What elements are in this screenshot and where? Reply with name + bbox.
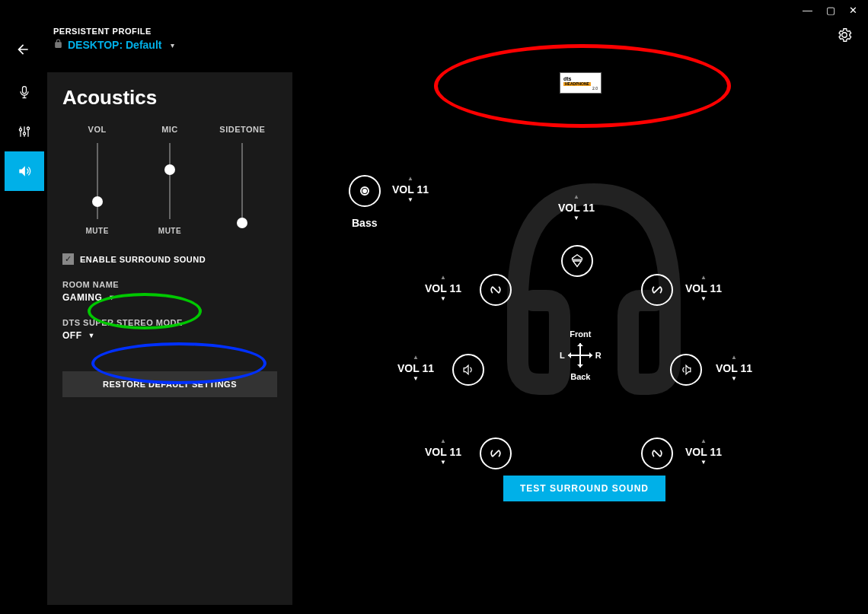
back-label: Back — [570, 372, 590, 381]
rear-left-speaker-node[interactable] — [480, 437, 512, 469]
side-right-volume[interactable]: VOL 11 — [716, 362, 752, 374]
side-left-volume[interactable]: VOL 11 — [397, 362, 434, 374]
caret-up-icon[interactable]: ▲ — [573, 194, 579, 200]
panel-title: Acoustics — [62, 86, 277, 110]
svg-point-1 — [19, 129, 21, 131]
bass-volume[interactable]: VOL 11 — [392, 183, 429, 196]
side-right-speaker-node[interactable] — [670, 354, 702, 386]
dts-headphone-badge: dts HEADPHONE 2.0 — [560, 72, 602, 94]
mic-mute-label: MUTE — [158, 227, 181, 235]
annotation-blue-ellipse — [91, 342, 266, 384]
rear-right-speaker-node[interactable] — [641, 437, 673, 469]
front-left-speaker-node[interactable] — [480, 274, 512, 306]
mic-slider[interactable] — [169, 143, 171, 219]
profile-selector[interactable]: DESKTOP: Default ▾ — [53, 39, 174, 51]
rear-right-volume[interactable]: VOL 11 — [685, 446, 722, 458]
caret-down-icon[interactable]: ▼ — [440, 296, 446, 302]
sidetone-slider[interactable] — [241, 143, 243, 219]
lock-icon — [53, 39, 63, 51]
front-right-volume[interactable]: VOL 11 — [685, 282, 722, 294]
caret-up-icon[interactable]: ▲ — [440, 275, 446, 281]
nav-mic-tab[interactable] — [5, 72, 44, 112]
chevron-down-icon: ▼ — [88, 332, 95, 339]
dts-mode-dropdown[interactable]: OFF▼ — [62, 330, 277, 341]
vol-slider[interactable] — [97, 143, 98, 219]
vol-mute-label: MUTE — [85, 227, 108, 235]
vol-slider-label: VOL — [88, 125, 107, 134]
caret-up-icon[interactable]: ▲ — [700, 438, 707, 444]
test-surround-button[interactable]: TEST SURROUND SOUND — [503, 476, 665, 501]
caret-down-icon[interactable]: ▼ — [573, 215, 579, 221]
sidetone-slider-label: SIDETONE — [219, 125, 265, 134]
caret-down-icon[interactable]: ▼ — [731, 376, 737, 382]
direction-cross-icon — [568, 343, 592, 367]
caret-down-icon[interactable]: ▼ — [440, 460, 446, 466]
bass-label: Bass — [352, 217, 377, 229]
left-label: L — [560, 351, 565, 360]
nav-eq-tab[interactable] — [5, 112, 44, 151]
back-arrow-button[interactable] — [15, 27, 30, 62]
front-left-volume[interactable]: VOL 11 — [425, 282, 461, 294]
svg-rect-0 — [23, 87, 27, 94]
window-close-button[interactable]: ✕ — [849, 5, 857, 16]
side-left-speaker-node[interactable] — [452, 354, 484, 386]
window-minimize-button[interactable]: — — [803, 5, 812, 16]
front-label: Front — [570, 329, 591, 339]
caret-down-icon[interactable]: ▼ — [700, 296, 707, 302]
surround-checkbox-label: ENABLE SURROUND SOUND — [80, 255, 206, 264]
chevron-down-icon: ▾ — [171, 41, 174, 49]
caret-down-icon[interactable]: ▼ — [413, 376, 419, 382]
svg-point-2 — [23, 132, 25, 135]
center-speaker-node[interactable] — [561, 245, 593, 277]
surround-checkbox[interactable]: ✓ — [62, 253, 74, 265]
profile-label: PERSISTENT PROFILE — [53, 27, 174, 36]
front-right-speaker-node[interactable] — [641, 274, 673, 306]
caret-up-icon[interactable]: ▲ — [700, 275, 707, 281]
annotation-green-ellipse — [88, 293, 202, 329]
rear-left-volume[interactable]: VOL 11 — [425, 446, 461, 458]
right-label: R — [595, 351, 602, 360]
caret-down-icon[interactable]: ▼ — [700, 460, 707, 466]
room-name-label: ROOM NAME — [62, 280, 277, 289]
settings-gear-button[interactable] — [836, 27, 853, 47]
caret-up-icon[interactable]: ▲ — [440, 438, 446, 444]
caret-up-icon[interactable]: ▲ — [413, 355, 419, 361]
window-maximize-button[interactable]: ▢ — [826, 5, 835, 16]
center-volume[interactable]: VOL 11 — [558, 202, 595, 214]
caret-up-icon[interactable]: ▲ — [731, 355, 737, 361]
svg-point-3 — [27, 127, 29, 129]
caret-up-icon[interactable]: ▲ — [407, 176, 413, 182]
nav-acoustics-tab[interactable] — [5, 151, 44, 191]
caret-down-icon[interactable]: ▼ — [407, 197, 413, 203]
bass-node[interactable] — [349, 175, 381, 207]
mic-slider-label: MIC — [161, 125, 178, 134]
